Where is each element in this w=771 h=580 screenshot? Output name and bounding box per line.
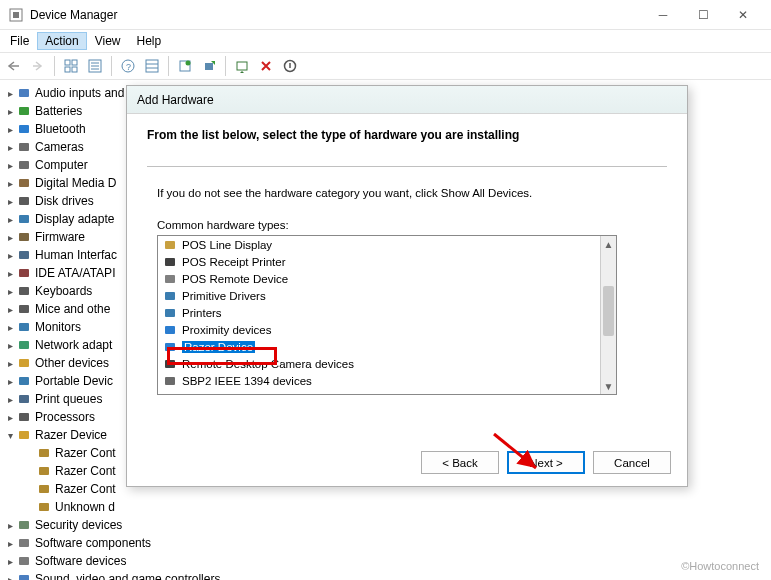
caret-icon[interactable]: ▸ (4, 574, 16, 581)
tree-label: Print queues (35, 392, 102, 406)
dialog-heading: From the list below, select the type of … (147, 128, 667, 142)
watermark: ©Howtoconnect (681, 560, 759, 572)
device-icon (16, 391, 32, 407)
caret-icon[interactable]: ▸ (4, 286, 16, 297)
hw-icon (162, 272, 178, 286)
svg-rect-1 (13, 12, 19, 18)
scrollbar[interactable]: ▲ ▼ (600, 236, 616, 394)
cancel-button[interactable]: Cancel (593, 451, 671, 474)
caret-icon[interactable]: ▸ (4, 160, 16, 171)
device-icon (16, 103, 32, 119)
tree-label: IDE ATA/ATAPI (35, 266, 115, 280)
list-item-label: SBP2 IEEE 1394 devices (182, 375, 312, 387)
properties-icon[interactable] (85, 56, 105, 76)
svg-rect-33 (19, 287, 29, 295)
forward-icon[interactable] (28, 56, 48, 76)
tree-node[interactable]: ▸Sound, video and game controllers (4, 570, 244, 580)
device-icon (16, 517, 32, 533)
svg-rect-34 (19, 305, 29, 313)
menu-help[interactable]: Help (129, 32, 170, 50)
scroll-thumb[interactable] (603, 286, 614, 336)
device-icon (36, 463, 52, 479)
device-icon (16, 175, 32, 191)
caret-icon[interactable]: ▸ (4, 340, 16, 351)
device-icon (16, 535, 32, 551)
caret-icon[interactable]: ▸ (4, 394, 16, 405)
list-item[interactable]: POS Remote Device (158, 270, 616, 287)
hardware-list[interactable]: POS Line DisplayPOS Receipt PrinterPOS R… (157, 235, 617, 395)
tree-node-child[interactable]: Unknown d (4, 498, 244, 516)
caret-icon[interactable]: ▸ (4, 250, 16, 261)
scroll-down-icon[interactable]: ▼ (601, 378, 616, 394)
caret-icon[interactable]: ▸ (4, 232, 16, 243)
svg-rect-6 (65, 67, 70, 72)
caret-icon[interactable]: ▸ (4, 214, 16, 225)
device-icon (16, 409, 32, 425)
list-item[interactable]: Proximity devices (158, 321, 616, 338)
caret-icon[interactable]: ▸ (4, 412, 16, 423)
caret-icon[interactable]: ▸ (4, 520, 16, 531)
add-hw-icon[interactable] (199, 56, 219, 76)
list-item[interactable]: POS Line Display (158, 236, 616, 253)
update-icon[interactable] (232, 56, 252, 76)
device-icon (16, 301, 32, 317)
device-icon (16, 247, 32, 263)
grid-icon[interactable] (61, 56, 81, 76)
list-item[interactable]: POS Receipt Printer (158, 253, 616, 270)
svg-rect-48 (19, 557, 29, 565)
scroll-up-icon[interactable]: ▲ (601, 236, 616, 252)
maximize-button[interactable]: ☐ (683, 1, 723, 29)
device-icon (16, 373, 32, 389)
tree-label: Batteries (35, 104, 82, 118)
caret-icon[interactable]: ▸ (4, 142, 16, 153)
caret-icon[interactable]: ▾ (4, 430, 16, 441)
list-item[interactable]: Primitive Drivers (158, 287, 616, 304)
back-icon[interactable] (4, 56, 24, 76)
back-button[interactable]: < Back (421, 451, 499, 474)
menu-file[interactable]: File (2, 32, 37, 50)
list-item[interactable]: SBP2 IEEE 1394 devices (158, 372, 616, 389)
caret-icon[interactable]: ▸ (4, 304, 16, 315)
uninstall-icon[interactable] (256, 56, 276, 76)
tree-node[interactable]: ▸Software components (4, 534, 244, 552)
device-icon (16, 157, 32, 173)
svg-rect-44 (39, 485, 49, 493)
svg-rect-49 (19, 575, 29, 580)
device-icon (16, 283, 32, 299)
scan-icon[interactable] (175, 56, 195, 76)
tree-label: Digital Media D (35, 176, 116, 190)
hw-icon (162, 255, 178, 269)
caret-icon[interactable]: ▸ (4, 376, 16, 387)
caret-icon[interactable]: ▸ (4, 538, 16, 549)
device-icon (16, 427, 32, 443)
next-button[interactable]: Next > (507, 451, 585, 474)
caret-icon[interactable]: ▸ (4, 88, 16, 99)
tree-label: Razer Cont (55, 446, 116, 460)
device-icon (16, 355, 32, 371)
tree-node[interactable]: ▸Software devices (4, 552, 244, 570)
list-item-label: POS Remote Device (182, 273, 288, 285)
caret-icon[interactable]: ▸ (4, 124, 16, 135)
caret-icon[interactable]: ▸ (4, 178, 16, 189)
list-item[interactable]: Printers (158, 304, 616, 321)
caret-icon[interactable]: ▸ (4, 358, 16, 369)
caret-icon[interactable]: ▸ (4, 106, 16, 117)
list-icon[interactable] (142, 56, 162, 76)
tree-label: Processors (35, 410, 95, 424)
menu-action[interactable]: Action (37, 32, 86, 50)
svg-rect-55 (165, 309, 175, 317)
caret-icon[interactable]: ▸ (4, 268, 16, 279)
list-item-label: POS Line Display (182, 239, 272, 251)
menu-bar: File Action View Help (0, 30, 771, 52)
close-button[interactable]: ✕ (723, 1, 763, 29)
tree-node[interactable]: ▸Security devices (4, 516, 244, 534)
dialog-hint: If you do not see the hardware category … (157, 187, 667, 199)
caret-icon[interactable]: ▸ (4, 196, 16, 207)
tree-label: Keyboards (35, 284, 92, 298)
help-icon[interactable]: ? (118, 56, 138, 76)
disable-icon[interactable] (280, 56, 300, 76)
caret-icon[interactable]: ▸ (4, 556, 16, 567)
caret-icon[interactable]: ▸ (4, 322, 16, 333)
menu-view[interactable]: View (87, 32, 129, 50)
minimize-button[interactable]: ─ (643, 1, 683, 29)
